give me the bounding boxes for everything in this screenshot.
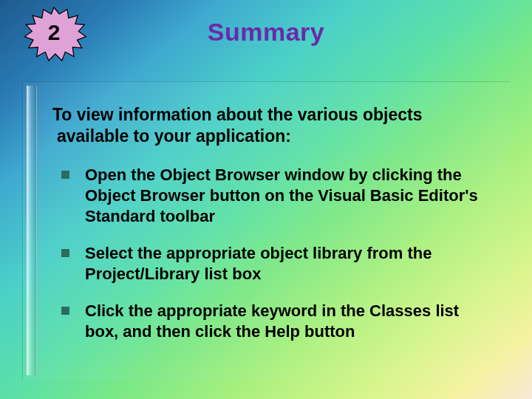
list-item: Click the appropriate keyword in the Cla… xyxy=(61,301,489,342)
list-item: Select the appropriate object library fr… xyxy=(61,243,489,284)
step-badge: 2 xyxy=(21,6,87,62)
intro-text: To view information about the various ob… xyxy=(52,104,489,147)
list-item: Open the Object Browser window by clicki… xyxy=(61,165,489,227)
bullet-list: Open the Object Browser window by clicki… xyxy=(61,165,489,343)
step-number: 2 xyxy=(48,20,61,45)
content-panel: To view information about the various ob… xyxy=(22,81,510,381)
slide-title: Summary xyxy=(208,18,324,47)
